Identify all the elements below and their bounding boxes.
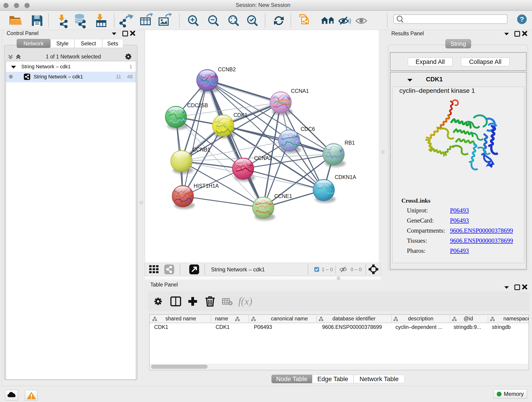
svg-text:@id: @id <box>463 316 473 322</box>
svg-text:name: name <box>215 316 228 322</box>
svg-text:shared name: shared name <box>165 316 196 322</box>
svg-text:f(x): f(x) <box>238 296 252 307</box>
svg-text:stringdb:9...: stringdb:9... <box>454 324 481 330</box>
svg-text:stringdb: stringdb <box>492 324 511 330</box>
svg-text:9606.ENSP00000378699: 9606.ENSP00000378699 <box>322 324 382 330</box>
svg-text:CCNB2: CCNB2 <box>218 66 236 72</box>
svg-text:CCNA2: CCNA2 <box>254 155 272 161</box>
svg-text:CCNA1: CCNA1 <box>291 88 309 94</box>
svg-text:P06493: P06493 <box>254 324 272 330</box>
svg-text:1 of 1 Network selected: 1 of 1 Network selected <box>46 54 101 60</box>
svg-text:database identifier: database identifier <box>332 316 375 322</box>
svg-text:CDK1: CDK1 <box>234 112 247 118</box>
svg-text:0 – 0: 0 – 0 <box>351 267 362 272</box>
svg-text:String Network – cdk1: String Network – cdk1 <box>211 266 265 273</box>
svg-text:cyclin–dependent ...: cyclin–dependent ... <box>395 324 443 330</box>
svg-text:CDKN1A: CDKN1A <box>335 174 356 180</box>
svg-text:CDK1: CDK1 <box>154 324 168 330</box>
svg-text:RB1: RB1 <box>345 140 355 146</box>
svg-text:HIST1H1A: HIST1H1A <box>194 183 219 189</box>
svg-text:CCNB1: CCNB1 <box>192 147 210 153</box>
svg-text:CDK1: CDK1 <box>215 324 230 330</box>
svg-text:1 – 0: 1 – 0 <box>322 267 333 272</box>
svg-text:CDC6: CDC6 <box>301 126 315 132</box>
svg-text:canonical name: canonical name <box>271 316 308 322</box>
svg-text:description: description <box>408 316 433 322</box>
svg-text:namespace: namespace <box>503 316 529 322</box>
svg-text:CDC25B: CDC25B <box>187 102 208 108</box>
svg-text:?: ? <box>520 15 524 23</box>
svg-text:CCNE1: CCNE1 <box>274 193 292 199</box>
